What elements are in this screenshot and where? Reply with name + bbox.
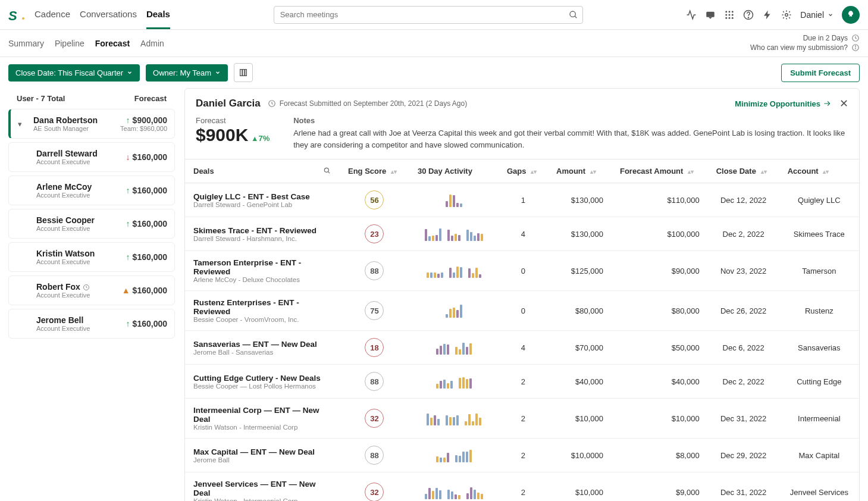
app-logo: S [8,8,21,21]
activity-sparkline [418,227,490,241]
amount-cell: $10,000 [548,472,612,502]
deal-subtitle: Jerome Ball - Sansaverias [193,349,331,356]
info-icon[interactable] [851,43,860,52]
sort-icon: ▴▾ [531,170,537,174]
col-forecast-amount[interactable]: Forecast Amount ▴▾ [612,159,708,183]
gaps-cell: 0 [499,291,548,331]
table-row[interactable]: Quigley LLC - ENT - Best Case Darrell St… [185,183,859,217]
svg-point-4 [729,11,731,12]
avatar[interactable] [842,6,860,24]
gaps-cell: 0 [499,251,548,291]
search-icon[interactable] [323,167,331,175]
nav-deals[interactable]: Deals [146,1,170,29]
gaps-cell: 2 [499,439,548,472]
minimize-opportunities[interactable]: Minimize Opportunities [735,99,831,108]
subnav-summary[interactable]: Summary [8,39,44,48]
subnav-pipeline[interactable]: Pipeline [55,39,84,48]
account-cell: Cutting Edge [779,365,859,399]
svg-point-25 [324,168,328,172]
sub-nav: Summary Pipeline Forecast Admin Due in 2… [0,30,868,57]
settings-icon[interactable] [781,10,792,20]
col-account[interactable]: Account ▴▾ [779,159,859,183]
svg-rect-19 [240,70,242,76]
trend-down-icon: ↓ [126,152,130,162]
table-row[interactable]: Intermeenial Corp — ENT — New Deal Krist… [185,399,859,439]
subnav-forecast[interactable]: Forecast [95,39,130,48]
table-row[interactable]: Max Capital — ENT — New Deal Jerome Ball… [185,439,859,472]
close-date-cell: Dec 12, 2022 [708,183,779,217]
col-close-date[interactable]: Close Date ▴▾ [708,159,779,183]
gaps-cell: 2 [499,472,548,502]
notes-text: Arlene had a great call with Joe at Veer… [293,127,848,151]
deal-subtitle: Jerome Ball [193,456,331,464]
sidebar-user-row[interactable]: Jerome Bell Account Executive ↑$160,000 [8,309,175,339]
close-icon[interactable]: ✕ [839,97,848,110]
col-amount[interactable]: Amount ▴▾ [548,159,612,183]
sidebar-user-row[interactable]: Arlene McCoy Account Executive ↑$160,000 [8,176,175,205]
warning-icon: ▲ [122,286,130,295]
search-input[interactable] [274,6,583,24]
sidebar-user-row[interactable]: Robert Fox Account Executive ▲$160,000 [8,275,175,305]
sidebar-lead-user[interactable]: ▾ Dana Robertson AE South Manager ↑$900,… [8,109,175,139]
filter-bar: Close Date: This Fiscal Quarter Owner: M… [0,57,868,88]
amount-cell: $130,000 [548,183,612,217]
top-nav: S Cadence Conversations Deals Daniel [0,0,868,30]
svg-point-9 [726,17,728,18]
columns-button[interactable] [234,63,253,82]
activity-sparkline [418,193,490,207]
forecast-label: Forecast [196,116,270,125]
deal-name: Quigley LLC - ENT - Best Case [193,192,331,201]
chat-icon[interactable] [705,10,716,20]
deal-subtitle: Darrell Steward - GenePoint Lab [193,201,331,208]
sidebar-user-row[interactable]: Darrell Steward Account Executive ↓$160,… [8,142,175,172]
activity-sparkline [418,448,490,462]
forecast-delta: ▴ 7% [253,134,270,143]
gaps-cell: 1 [499,183,548,217]
eng-score-badge: 32 [365,409,384,428]
table-row[interactable]: Rustenz Enterprises - ENT - Reviewed Bes… [185,291,859,331]
account-cell: Intermeenial [779,399,859,439]
svg-rect-2 [707,11,715,17]
user-menu[interactable]: Daniel [800,10,833,20]
col-activity[interactable]: 30 Day Activity [409,159,499,183]
table-row[interactable]: Sansaverias — ENT — New Deal Jerome Ball… [185,331,859,365]
forecast-cell: $80,000 [612,291,708,331]
deal-subtitle: Arlene McCoy - Deluxe Chocolates [193,276,331,283]
table-row[interactable]: Cutting Edge Cutlery - New Deals Bessie … [185,365,859,399]
deal-name: Jenveel Services — ENT — New Deal [193,480,331,497]
apps-icon[interactable] [724,10,735,20]
filter-close-date[interactable]: Close Date: This Fiscal Quarter [8,64,140,82]
nav-cadence[interactable]: Cadence [35,1,70,29]
user-role: AE South Manager [33,125,120,132]
help-icon[interactable] [743,10,754,20]
sort-icon: ▴▾ [391,170,397,174]
activity-icon[interactable] [686,10,697,20]
account-cell: Skimees Trace [779,217,859,251]
table-row[interactable]: Tamerson Enterprise - ENT - Reviewed Arl… [185,251,859,291]
deal-name: Skimees Trace - ENT - Reviewed [193,226,331,235]
chevron-down-icon: ▾ [18,120,26,129]
filter-owner[interactable]: Owner: My Team [146,64,228,82]
submit-forecast-button[interactable]: Submit Forecast [781,64,860,82]
who-view-text[interactable]: Who can view my submission? [750,43,848,52]
search-icon [569,10,578,20]
trend-up-icon: ↑ [126,115,130,125]
subnav-admin[interactable]: Admin [140,39,164,48]
user-name: Bessie Cooper [36,215,126,225]
col-deals[interactable]: Deals [185,159,340,183]
nav-conversations[interactable]: Conversations [80,1,137,29]
col-gaps[interactable]: Gaps ▴▾ [499,159,548,183]
sidebar-user-row[interactable]: Bessie Cooper Account Executive ↑$160,00… [8,209,175,239]
bolt-icon[interactable] [762,10,773,20]
table-row[interactable]: Jenveel Services — ENT — New Deal Kristi… [185,472,859,502]
forecast-value: $900K [196,125,248,145]
activity-sparkline [418,374,490,389]
forecast-cell: $110,000 [612,183,708,217]
col-eng-score[interactable]: Eng Score ▴▾ [340,159,409,183]
table-row[interactable]: Skimees Trace - ENT - Reviewed Darrell S… [185,217,859,251]
sidebar-user-row[interactable]: Kristin Watson Account Executive ↑$160,0… [8,242,175,272]
forecast-cell: $10,000 [612,399,708,439]
forecast-cell: $9,000 [612,472,708,502]
chevron-down-icon [215,70,221,76]
forecast-cell: $50,000 [612,331,708,365]
